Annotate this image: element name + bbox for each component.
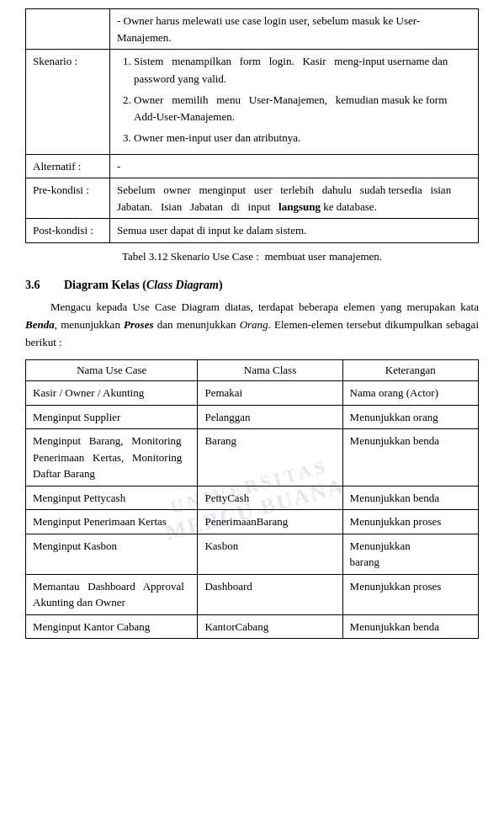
row-content: - Owner harus melewati use case login us… xyxy=(110,9,479,50)
cell-keterangan: Menunjukkan benda xyxy=(342,486,478,510)
cell-keterangan: Menunjukkan benda xyxy=(342,614,478,639)
cell-usecase: Memantau Dashboard Approval Akunting dan… xyxy=(26,574,198,614)
row-content: Sebelum owner menginput user terlebih da… xyxy=(110,178,479,219)
col-header-keterangan: Keterangan xyxy=(342,360,478,381)
cell-usecase: Menginput Penerimaan Kertas xyxy=(26,510,198,534)
cell-keterangan: Menunjukkan proses xyxy=(342,510,478,534)
cell-keterangan: Menunjukkanbarang xyxy=(342,534,478,574)
cell-class: Pelanggan xyxy=(198,405,342,429)
table-row: Menginput Penerimaan Kertas PenerimaanBa… xyxy=(26,510,479,534)
cell-class: Dashboard xyxy=(198,574,342,614)
cell-usecase: Menginput Barang, Monitoring Penerimaan … xyxy=(26,429,198,486)
cell-keterangan: Menunjukkan orang xyxy=(342,405,478,429)
cell-class: Pemakai xyxy=(198,381,342,406)
cell-class: PenerimaanBarang xyxy=(198,510,342,534)
section-title: Diagram Kelas (Class Diagram) xyxy=(64,279,223,292)
table-caption: Tabel 3.12 Skenario Use Case : membuat u… xyxy=(25,250,479,263)
table-row: Menginput Kantor Cabang KantorCabang Men… xyxy=(26,614,479,639)
cell-usecase: Menginput Supplier xyxy=(26,405,198,429)
table-row: - Owner harus melewati use case login us… xyxy=(26,9,479,50)
row-label: Alternatif : xyxy=(26,154,110,178)
table-row: Skenario : Sistem menampilkan form login… xyxy=(26,50,479,155)
table-row: Pre-kondisi : Sebelum owner menginput us… xyxy=(26,178,479,219)
cell-keterangan: Menunjukkan proses xyxy=(342,574,478,614)
row-label: Skenario : xyxy=(26,50,110,155)
cell-keterangan: Nama orang (Actor) xyxy=(342,381,478,406)
col-header-usecase: Nama Use Case xyxy=(26,360,198,381)
cell-class: PettyCash xyxy=(198,486,342,510)
table-row: Menginput Barang, Monitoring Penerimaan … xyxy=(26,429,479,486)
row-label: Pre-kondisi : xyxy=(26,178,110,219)
section-intro: Mengacu kepada Use Case Diagram diatas, … xyxy=(25,299,479,351)
table-row: Post-kondisi : Semua user dapat di input… xyxy=(26,219,479,243)
class-table-wrapper: UNIVERSITAS MERCU BUANA Nama Use Case Na… xyxy=(25,359,479,639)
cell-usecase: Menginput Pettycash xyxy=(26,486,198,510)
table-row: Menginput Supplier Pelanggan Menunjukkan… xyxy=(26,405,479,429)
table-row: Kasir / Owner / Akunting Pemakai Nama or… xyxy=(26,381,479,406)
row-content: - xyxy=(110,154,479,178)
section-number: 3.6 xyxy=(25,279,50,292)
table-row: Alternatif : - xyxy=(26,154,479,178)
cell-usecase: Kasir / Owner / Akunting xyxy=(26,381,198,406)
class-diagram-table: Nama Use Case Nama Class Keterangan Kasi… xyxy=(25,359,479,639)
scenario-table: - Owner harus melewati use case login us… xyxy=(25,8,479,243)
section-heading: 3.6 Diagram Kelas (Class Diagram) xyxy=(25,279,479,292)
cell-keterangan: Menunjukkan benda xyxy=(342,429,478,486)
cell-class: KantorCabang xyxy=(198,614,342,639)
cell-class: Barang xyxy=(198,429,342,486)
table-row: Menginput Kasbon Kasbon Menunjukkanbaran… xyxy=(26,534,479,574)
table-header-row: Nama Use Case Nama Class Keterangan xyxy=(26,360,479,381)
row-content: Sistem menampilkan form login. Kasir men… xyxy=(110,50,479,155)
cell-class: Kasbon xyxy=(198,534,342,574)
col-header-class: Nama Class xyxy=(198,360,342,381)
table-row: Menginput Pettycash PettyCash Menunjukka… xyxy=(26,486,479,510)
cell-usecase: Menginput Kantor Cabang xyxy=(26,614,198,639)
row-content: Semua user dapat di input ke dalam siste… xyxy=(110,219,479,243)
table-row: Memantau Dashboard Approval Akunting dan… xyxy=(26,574,479,614)
cell-usecase: Menginput Kasbon xyxy=(26,534,198,574)
row-label: Post-kondisi : xyxy=(26,219,110,243)
row-label xyxy=(26,9,110,50)
